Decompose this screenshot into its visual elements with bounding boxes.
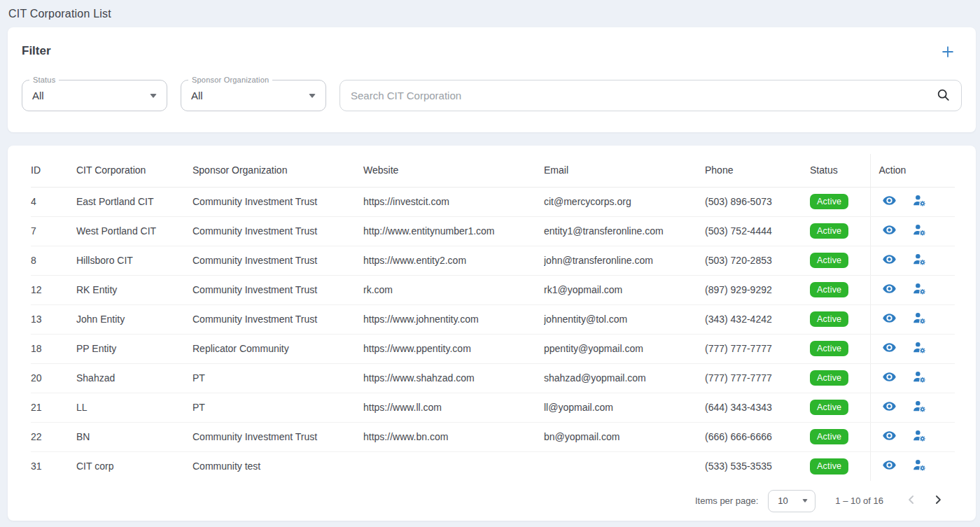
items-per-page-label: Items per page: xyxy=(695,496,758,506)
page-title: CIT Corporation List xyxy=(8,8,111,20)
view-button[interactable] xyxy=(882,281,897,298)
status-select[interactable]: Status All xyxy=(22,80,167,111)
view-button[interactable] xyxy=(882,252,897,269)
cell-id: 4 xyxy=(31,187,76,216)
cit-corporation-table-card: ID CIT Corporation Sponsor Organization … xyxy=(8,146,976,521)
cell-sponsor-organization: Replicator Community xyxy=(192,334,363,363)
cell-cit-corporation: West Portland CIT xyxy=(76,216,192,246)
column-header-email: Email xyxy=(544,154,705,187)
cell-website: http://www.entitynumber1.com xyxy=(363,216,544,246)
cell-action xyxy=(870,216,955,246)
manage-user-icon xyxy=(912,370,927,386)
search-button[interactable] xyxy=(936,87,951,104)
cell-action xyxy=(870,363,955,393)
manage-users-button[interactable] xyxy=(912,252,927,269)
table-row: 20 Shahzad PT https://www.shahzad.com sh… xyxy=(31,363,955,393)
status-badge: Active xyxy=(810,311,848,328)
table-row: 31 CIT corp Community test (533) 535-353… xyxy=(31,451,955,481)
manage-users-button[interactable] xyxy=(912,281,927,298)
cell-phone: (533) 535-3535 xyxy=(705,451,810,481)
column-header-website: Website xyxy=(363,154,544,187)
table-row: 13 John Entity Community Investment Trus… xyxy=(31,304,955,334)
cell-sponsor-organization: Community Investment Trust xyxy=(192,216,363,246)
view-button[interactable] xyxy=(882,399,897,416)
cell-status: Active xyxy=(810,393,870,422)
manage-user-icon xyxy=(912,458,927,475)
page-range-label: 1 – 10 of 16 xyxy=(835,496,883,506)
cell-phone: (644) 343-4343 xyxy=(705,393,810,422)
cell-sponsor-organization: Community Investment Trust xyxy=(192,246,363,275)
manage-user-icon xyxy=(912,428,927,445)
chevron-down-icon xyxy=(802,499,808,503)
cell-status: Active xyxy=(810,422,870,451)
view-button[interactable] xyxy=(882,223,897,239)
view-button[interactable] xyxy=(882,458,897,475)
manage-users-button[interactable] xyxy=(912,370,927,386)
manage-user-icon xyxy=(912,311,927,328)
view-button[interactable] xyxy=(882,193,897,210)
cell-action xyxy=(870,187,955,216)
status-badge: Active xyxy=(810,400,848,416)
manage-user-icon xyxy=(912,340,927,357)
manage-user-icon xyxy=(912,252,927,269)
view-button[interactable] xyxy=(882,428,897,445)
cell-website: https://www.bn.com xyxy=(363,422,544,451)
plus-icon xyxy=(940,44,955,62)
eye-icon xyxy=(882,193,897,210)
chevron-down-icon xyxy=(309,94,316,98)
manage-users-button[interactable] xyxy=(912,340,927,357)
view-button[interactable] xyxy=(882,370,897,386)
status-badge: Active xyxy=(810,341,848,357)
pagination-bar: Items per page: 10 1 – 10 of 16 xyxy=(29,481,955,521)
table-body: 4 East Portland CIT Community Investment… xyxy=(31,187,955,481)
sponsor-organization-select[interactable]: Sponsor Organization All xyxy=(181,80,326,111)
cell-status: Active xyxy=(810,334,870,363)
cell-cit-corporation: John Entity xyxy=(76,304,192,334)
status-badge: Active xyxy=(810,370,848,386)
cell-email xyxy=(544,451,705,481)
manage-users-button[interactable] xyxy=(912,193,927,210)
table-row: 21 LL PT https://www.ll.com ll@yopmail.c… xyxy=(31,393,955,422)
manage-users-button[interactable] xyxy=(912,223,927,239)
eye-icon xyxy=(882,458,897,475)
manage-users-button[interactable] xyxy=(912,428,927,445)
column-header-id: ID xyxy=(31,154,76,187)
cell-sponsor-organization: Community Investment Trust xyxy=(192,304,363,334)
cell-status: Active xyxy=(810,451,870,481)
expand-filter-button[interactable] xyxy=(938,43,958,62)
items-per-page-select[interactable]: 10 xyxy=(768,490,816,512)
next-page-button[interactable] xyxy=(928,490,948,512)
cell-status: Active xyxy=(810,246,870,275)
manage-users-button[interactable] xyxy=(912,399,927,416)
cell-sponsor-organization: Community test xyxy=(192,451,363,481)
cell-cit-corporation: PP Entity xyxy=(76,334,192,363)
eye-icon xyxy=(882,340,897,357)
cell-action xyxy=(870,393,955,422)
eye-icon xyxy=(882,281,897,298)
status-select-value: All xyxy=(32,90,44,101)
manage-users-button[interactable] xyxy=(912,311,927,328)
status-badge: Active xyxy=(810,223,848,239)
cell-status: Active xyxy=(810,187,870,216)
cell-status: Active xyxy=(810,275,870,304)
cell-action xyxy=(870,246,955,275)
eye-icon xyxy=(882,428,897,445)
column-header-sponsor-organization: Sponsor Organization xyxy=(192,154,363,187)
eye-icon xyxy=(882,370,897,386)
cell-id: 31 xyxy=(31,451,76,481)
table-row: 8 Hillsboro CIT Community Investment Tru… xyxy=(31,246,955,275)
column-header-phone: Phone xyxy=(705,154,810,187)
view-button[interactable] xyxy=(882,311,897,328)
column-header-action: Action xyxy=(870,154,955,187)
manage-users-button[interactable] xyxy=(912,458,927,475)
cell-id: 20 xyxy=(31,363,76,393)
top-bar: CIT Corporation List xyxy=(0,0,980,27)
previous-page-button[interactable] xyxy=(902,490,921,512)
search-input[interactable] xyxy=(351,90,936,101)
search-icon xyxy=(936,87,951,104)
cell-phone: (666) 666-6666 xyxy=(705,422,810,451)
view-button[interactable] xyxy=(882,340,897,357)
manage-user-icon xyxy=(912,223,927,239)
cell-website: https://www.johnentity.com xyxy=(363,304,544,334)
cell-id: 13 xyxy=(31,304,76,334)
